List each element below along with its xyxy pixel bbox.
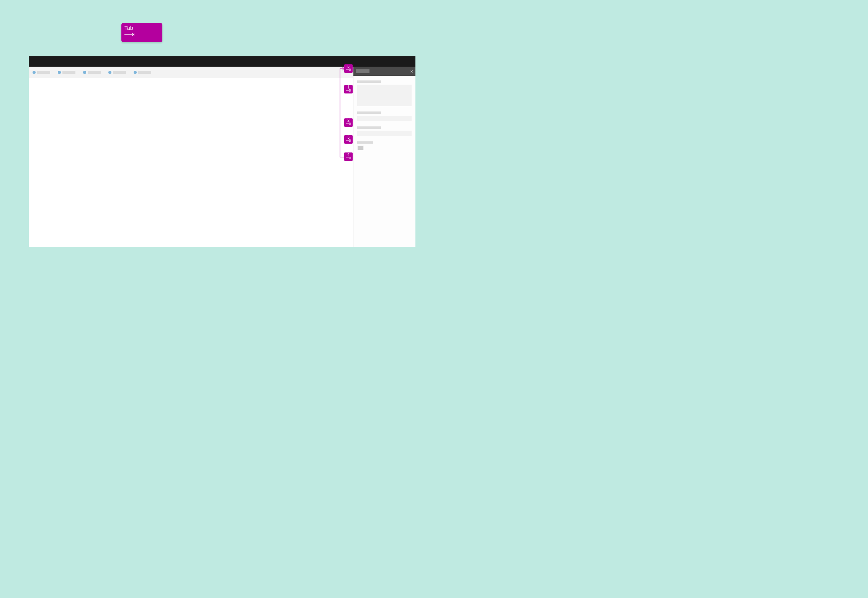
marker-number: 3 — [344, 136, 353, 139]
radio-dot-icon — [33, 71, 36, 74]
field-label — [357, 80, 381, 83]
tab-order-marker: 4 — [344, 152, 353, 161]
toolbar-item[interactable] — [58, 71, 75, 74]
toggle-control[interactable] — [357, 146, 412, 150]
marker-number: 1 — [344, 85, 353, 89]
toolbar-item[interactable] — [33, 71, 50, 74]
side-panel: × — [353, 67, 415, 247]
field-label — [357, 111, 381, 114]
panel-field[interactable] — [357, 111, 412, 121]
toolbar-item-label — [62, 71, 75, 74]
tab-arrow-icon — [344, 89, 353, 92]
tab-arrow-icon — [124, 31, 159, 38]
tab-arrow-icon — [344, 122, 353, 126]
marker-number: 2 — [344, 119, 353, 122]
toolbar-item[interactable] — [83, 71, 101, 74]
tab-arrow-icon — [344, 139, 353, 143]
panel-field[interactable] — [357, 126, 412, 136]
panel-title — [356, 69, 369, 73]
field-input[interactable] — [357, 85, 412, 106]
panel-field[interactable] — [357, 141, 412, 150]
tab-order-marker: 3 — [344, 135, 353, 144]
tab-order-marker: 5 — [344, 64, 353, 73]
panel-field[interactable] — [357, 80, 412, 106]
tab-order-marker: 1 — [344, 85, 353, 93]
close-icon[interactable]: × — [410, 69, 413, 74]
tab-order-marker: 2 — [344, 118, 353, 127]
toolbar-item-label — [113, 71, 126, 74]
panel-header: × — [353, 67, 415, 76]
toolbar-item-label — [138, 71, 151, 74]
toolbar-item[interactable] — [134, 71, 151, 74]
tab-key-callout: Tab — [121, 23, 162, 42]
toolbar-item-label — [37, 71, 50, 74]
field-label — [357, 141, 373, 144]
radio-dot-icon — [108, 71, 111, 74]
marker-number: 4 — [344, 153, 353, 156]
field-input[interactable] — [357, 131, 412, 136]
toolbar-item[interactable] — [108, 71, 126, 74]
toolbar-item-label — [88, 71, 101, 74]
marker-number: 5 — [344, 65, 353, 68]
tab-key-label: Tab — [124, 25, 159, 31]
tab-arrow-icon — [344, 68, 353, 72]
radio-dot-icon — [58, 71, 61, 74]
field-input[interactable] — [357, 116, 412, 121]
window-titlebar — [29, 56, 415, 67]
radio-dot-icon — [134, 71, 137, 74]
tab-arrow-icon — [344, 156, 353, 160]
radio-dot-icon — [83, 71, 86, 74]
field-label — [357, 126, 381, 129]
